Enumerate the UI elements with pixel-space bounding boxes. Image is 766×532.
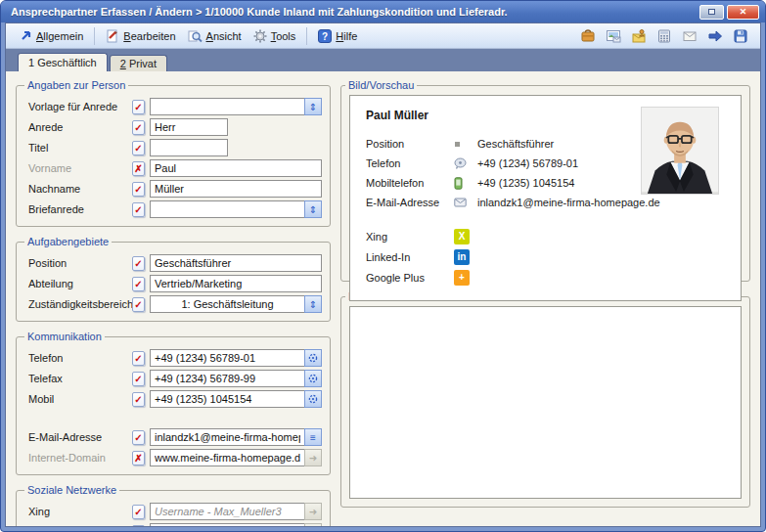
xing-input[interactable]	[150, 503, 304, 520]
position-input[interactable]	[150, 254, 322, 272]
field-check-icon[interactable]: ✓	[132, 120, 145, 135]
field-row: Vorname ✗	[28, 158, 322, 178]
tab-strip: 1 Geschäftlich 2 Privat	[6, 49, 760, 71]
abteilung-input[interactable]	[150, 275, 322, 292]
fieldset-notiz: Notiz	[340, 290, 750, 508]
tab-geschaeftlich[interactable]: 1 Geschäftlich	[18, 53, 108, 71]
field-label: Position	[28, 257, 132, 269]
field-check-icon[interactable]: ✓	[132, 100, 145, 114]
combo-spinner-button[interactable]: ⇕	[304, 200, 322, 218]
field-row: Vorlage für Anrede ✓ ⇕	[28, 97, 322, 116]
field-check-icon[interactable]: ✓	[132, 505, 145, 519]
nachname-input[interactable]	[150, 180, 322, 198]
window-title: Ansprechpartner Erfassen / Ändern > 1/10…	[11, 6, 699, 18]
internet-domain-input[interactable]	[150, 449, 304, 466]
toolbar-separator	[306, 27, 307, 45]
linkedin-icon[interactable]: in	[454, 249, 470, 265]
tab-privat[interactable]: 2 Privat	[110, 55, 167, 71]
contact-photo	[641, 107, 719, 195]
field-check-icon[interactable]: ✓	[132, 256, 145, 271]
field-label: Xing	[28, 506, 132, 517]
telefon-input[interactable]	[150, 349, 304, 367]
field-row: Position ✓	[28, 253, 322, 273]
window-frame: Allgemein Bearbeiten Ansicht Tools ? Hil…	[5, 22, 761, 527]
menu-ansicht[interactable]: Ansicht	[182, 27, 248, 45]
dial-phone-button[interactable]	[304, 370, 322, 387]
field-label: Titel	[28, 142, 132, 154]
field-label: Telefax	[28, 373, 132, 384]
fieldset-legend: Kommunikation	[24, 331, 105, 342]
fieldset-legend: Aufgabengebiete	[24, 236, 112, 247]
field-label: E-Mail-Adresse	[28, 431, 132, 443]
toolbar-right-icons	[580, 28, 752, 44]
close-icon: ✕	[740, 7, 747, 17]
field-label: Mobil	[28, 393, 132, 405]
title-bar[interactable]: Ansprechpartner Erfassen / Ändern > 1/10…	[1, 1, 765, 22]
facebook-input[interactable]	[150, 523, 304, 526]
tab-content: Angaben zur Person Vorlage für Anrede ✓ …	[6, 71, 760, 526]
field-check-icon[interactable]: ✓	[132, 351, 145, 366]
xing-icon[interactable]: X	[454, 229, 470, 244]
email-input[interactable]	[150, 428, 304, 446]
fieldset-kommunikation: Kommunikation Telefon ✓ Telefax ✓	[16, 331, 331, 475]
menu-hilfe[interactable]: ? Hilfe	[312, 27, 363, 45]
compose-email-button[interactable]: ≡	[304, 428, 322, 446]
calculator-icon[interactable]	[656, 28, 672, 44]
mobil-input[interactable]	[150, 390, 304, 408]
field-check-icon[interactable]: ✓	[132, 182, 145, 197]
contact-preview-card: Paul Müller Position Geschäftsführer Tel…	[349, 95, 742, 301]
forward-arrow-icon[interactable]	[707, 28, 723, 44]
field-label: Anrede	[28, 121, 132, 133]
open-profile-button-disabled: ➜	[304, 503, 322, 520]
field-check-icon[interactable]: ✓	[132, 525, 145, 527]
letter-icon[interactable]	[682, 28, 698, 44]
menu-bearbeiten[interactable]: Bearbeiten	[100, 27, 181, 45]
combo-spinner-button[interactable]: ⇕	[304, 295, 322, 313]
menu-allgemein[interactable]: Allgemein	[14, 27, 89, 44]
arrow-up-right-icon	[20, 29, 32, 42]
field-check-icon[interactable]: ✓	[132, 392, 145, 407]
field-check-icon[interactable]: ✓	[132, 297, 145, 312]
anrede-input[interactable]	[150, 118, 228, 136]
combo-spinner-button[interactable]: ⇕	[304, 98, 322, 115]
field-row: Mobil ✓	[28, 389, 322, 409]
fieldset-soziale-netzwerke: Soziale Netzwerke Xing ✓ ➜ Facebook ✓	[16, 484, 331, 526]
field-check-icon[interactable]: ✓	[132, 277, 145, 291]
fieldset-bild-vorschau: Bild/Vorschau Paul Müller Position Gesch…	[340, 79, 750, 282]
field-label: Abteilung	[28, 278, 132, 289]
briefcase-icon[interactable]	[580, 28, 596, 44]
field-row: Telefax ✓	[28, 369, 322, 388]
field-cross-icon[interactable]: ✗	[132, 451, 145, 466]
titel-input[interactable]	[150, 139, 228, 156]
open-profile-button-disabled: ➜	[304, 523, 322, 526]
bullet-icon	[454, 141, 477, 148]
briefanrede-combo[interactable]	[150, 200, 304, 218]
contact-mail-icon[interactable]	[631, 28, 647, 44]
telefax-input[interactable]	[150, 370, 304, 387]
field-check-icon[interactable]: ✓	[132, 202, 145, 217]
dial-phone-button[interactable]	[304, 349, 322, 367]
restore-button[interactable]	[699, 5, 724, 20]
field-check-icon[interactable]: ✓	[132, 430, 145, 445]
edit-tool-icon	[106, 29, 119, 43]
dial-phone-button[interactable]	[304, 390, 322, 408]
notiz-textarea[interactable]	[349, 306, 742, 499]
field-row: Facebook ✓ ➜	[28, 522, 322, 526]
close-button[interactable]: ✕	[727, 5, 759, 20]
field-label: Nachname	[28, 183, 132, 195]
googleplus-icon[interactable]: +	[454, 270, 470, 286]
vorlage-anrede-combo[interactable]	[150, 98, 304, 115]
field-row: Telefon ✓	[28, 348, 322, 368]
field-cross-icon[interactable]: ✗	[132, 161, 145, 176]
fieldset-aufgabengebiete: Aufgabengebiete Position ✓ Abteilung ✓ Z…	[16, 236, 331, 322]
fieldset-legend: Soziale Netzwerke	[24, 484, 119, 496]
zustaendigkeitsbereich-combo[interactable]	[150, 295, 304, 313]
photo-mail-icon[interactable]	[606, 28, 621, 44]
vorname-input[interactable]	[150, 159, 322, 177]
field-check-icon[interactable]: ✓	[132, 372, 145, 386]
menu-tools[interactable]: Tools	[248, 27, 302, 45]
save-icon[interactable]	[733, 28, 748, 44]
field-check-icon[interactable]: ✓	[132, 141, 145, 155]
field-label: Vorlage für Anrede	[28, 101, 132, 112]
field-label: Internet-Domain	[28, 452, 132, 464]
